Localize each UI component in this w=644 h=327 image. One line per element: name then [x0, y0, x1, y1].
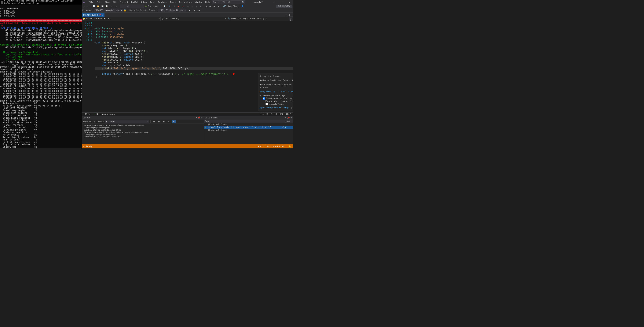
redo-button[interactable]: ↷ [114, 5, 118, 8]
show-next-button[interactable]: → [186, 5, 190, 8]
minimize-button[interactable]: ─ [270, 0, 278, 4]
menu-build[interactable]: Build [130, 1, 139, 4]
output-panel: Output ▾ 📌 ✕ Show output from: RichNav ▦… [82, 116, 204, 144]
step-over-button[interactable]: ↷ [194, 5, 198, 8]
tab-example2-cpp[interactable]: example2.cpp 📌 ✕ [82, 13, 105, 17]
close-button[interactable]: ✕ [286, 0, 293, 4]
status-ready-icon: ▭ [84, 145, 85, 148]
tool-button-3[interactable]: ▦ [212, 5, 216, 8]
config-dropdown[interactable] [120, 5, 128, 8]
live-share-link[interactable]: Start Live Share session... [280, 90, 293, 93]
menu-debug[interactable]: Debug [139, 1, 148, 4]
menu-extensions[interactable]: Extensions [178, 1, 193, 4]
menu-project[interactable]: Project [118, 1, 130, 4]
indent-mode[interactable]: SPC [280, 113, 284, 115]
continue-button[interactable]: ▶Continue ▾ [144, 5, 161, 8]
notifications-button[interactable]: 🔔 [288, 145, 291, 148]
callstack-col-name[interactable]: Name [204, 120, 284, 123]
menu-test[interactable]: Test [148, 1, 157, 4]
menu-analyze[interactable]: Analyze [156, 1, 168, 4]
pause-button[interactable]: ⏸ [172, 5, 176, 8]
tool-button-4[interactable]: ▦ [216, 5, 220, 8]
line-numbers: 1 2 3 4 5 6 7 8 9 10 11 12 13 14 15 16 1… [84, 21, 95, 112]
menu-help[interactable]: Help [204, 1, 212, 4]
callstack-row-current[interactable]: ➤ example2.exe!main(int argc, char * * a… [204, 126, 293, 129]
output-wrap-button[interactable]: ↩ [167, 120, 171, 123]
line-ending[interactable]: CRLF [286, 113, 291, 115]
menu-edit[interactable]: Edit [95, 1, 103, 4]
callstack-row[interactable]: [External Code] [204, 129, 293, 132]
process-dropdown[interactable]: [28056] example2.exe [94, 9, 122, 12]
output-tool-1[interactable]: ▦ [152, 120, 156, 123]
platform-dropdown[interactable] [129, 5, 144, 8]
copy-details-link[interactable]: Copy Details [260, 90, 275, 93]
menu-git[interactable]: Git [111, 1, 118, 4]
callstack-dropdown-button[interactable]: ▾ [285, 117, 286, 119]
vs-statusbar: ▭ Ready ↑ Add to Source Control ▴ 🔔 [82, 144, 293, 148]
tool-button-2[interactable]: ▦ [208, 5, 212, 8]
nav-project-dropdown[interactable]: 📁Miscellaneous Files [82, 17, 160, 21]
tab-close-icon[interactable]: ✕ [102, 14, 103, 16]
callstack-col-lang[interactable]: Lang [284, 120, 293, 123]
nav-scope-dropdown[interactable]: (Global Scope) [160, 17, 227, 21]
step-out-button[interactable]: ↑ [198, 5, 202, 8]
callstack-close-button[interactable]: ✕ [290, 117, 292, 119]
step-into-button[interactable]: ↓ [190, 5, 194, 8]
new-item-button[interactable]: 📄 [92, 5, 96, 8]
tab-overflow-button[interactable]: ▾ [284, 13, 288, 17]
thread-dropdown[interactable]: [11916] Main Thread [158, 9, 186, 12]
menu-window[interactable]: Window [193, 1, 204, 4]
output-from-label: Show output from: [83, 120, 104, 123]
exception-details-text: Full error details can be found in the o… [260, 84, 293, 88]
output-dropdown-button[interactable]: ▾ [196, 117, 197, 119]
callstack-panel: Call Stack ▾ 📌 ✕ Name Lang [External Cod… [204, 116, 293, 144]
callstack-pin-button[interactable]: 📌 [287, 117, 290, 119]
live-share-button[interactable]: 🔗 Live Share [222, 5, 240, 8]
stack-frame-button[interactable]: ▦ [192, 9, 196, 12]
open-button[interactable]: 📂 [96, 5, 100, 8]
tool-button-1[interactable]: ⟲ [204, 5, 208, 8]
except-module-checkbox[interactable] [266, 103, 268, 105]
vs-logo-icon[interactable]: ◈ [82, 0, 86, 4]
exception-indicator-icon[interactable] [233, 73, 234, 75]
maximize-button[interactable]: ▢ [278, 0, 286, 4]
feedback-button[interactable]: 👤 [241, 5, 244, 8]
output-clear-button[interactable]: ▦ [172, 120, 176, 123]
exception-settings-header[interactable]: ▲ Exception Settings [260, 94, 293, 97]
pin-icon[interactable]: 📌 [99, 14, 101, 16]
output-pin-button[interactable]: 📌 [198, 117, 200, 119]
console-titlebar[interactable]: C:\MSDN\cpp-docs-pr\docs\c-language\ASAN… [0, 0, 82, 5]
output-text[interactable]: RichNav Information: 0 : No workspace fo… [82, 124, 204, 144]
menu-tools[interactable]: Tools [168, 1, 178, 4]
back-button[interactable]: ◯ [82, 5, 86, 8]
callstack-title: Call Stack [205, 117, 218, 119]
break-on-exception-checkbox[interactable] [263, 97, 265, 100]
debug-tool-button[interactable]: ▦ [197, 9, 201, 12]
navigation-bar: 📁Miscellaneous Files (Global Scope) 🔧mai… [82, 17, 293, 21]
output-close-button[interactable]: ✕ [201, 117, 202, 119]
output-from-dropdown[interactable]: RichNav [105, 120, 149, 123]
break-all-button[interactable]: ⏸ [168, 5, 172, 8]
restart-button[interactable]: ↻ [180, 5, 184, 8]
save-button[interactable]: 💾 [100, 5, 104, 8]
zoom-dropdown[interactable]: 111 % ▾ [84, 113, 92, 115]
no-issues-indicator[interactable]: ✔No issues found [94, 113, 115, 115]
menu-file[interactable]: File [87, 1, 95, 4]
cursor-char: Ch: 1 [271, 113, 277, 115]
callstack-row[interactable]: [External Code] [204, 123, 293, 126]
search-input[interactable]: Search (Ctrl+Q) [212, 1, 245, 4]
menu-view[interactable]: View [103, 1, 111, 4]
output-tool-2[interactable]: ▦ [157, 120, 161, 123]
forward-button[interactable]: ◯ [87, 5, 90, 8]
open-settings-link[interactable]: Open Exception Settings [260, 107, 289, 109]
add-source-control-button[interactable]: ↑ Add to Source Control ▴ [255, 145, 286, 148]
output-tool-3[interactable]: ▦ [162, 120, 166, 123]
save-all-button[interactable]: 💾 [105, 5, 108, 8]
lifecycle-label[interactable]: Lifecycle Events [128, 9, 148, 12]
step-button-1[interactable]: 📋 [162, 5, 166, 8]
flag-button[interactable]: ⚑ [187, 9, 191, 12]
nav-member-dropdown[interactable]: 🔧main(int argc, char ** argv) [227, 17, 293, 21]
status-ready: Ready [86, 145, 92, 148]
stop-button[interactable]: ■ [176, 5, 180, 8]
undo-button[interactable]: ↶ [110, 5, 114, 8]
